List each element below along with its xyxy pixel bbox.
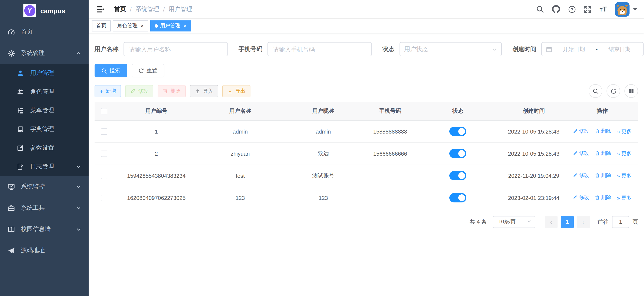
show-search-button[interactable] <box>589 84 602 98</box>
row-edit-link[interactable]: 修改 <box>573 172 589 179</box>
row-edit-link[interactable]: 修改 <box>573 128 589 135</box>
page-size-select[interactable]: 10条/页 <box>493 216 536 228</box>
cell-nickname: 测试账号 <box>281 164 366 187</box>
row-checkbox[interactable] <box>101 173 107 179</box>
sidebar-item-system-tools[interactable]: 系统工具 <box>0 197 88 219</box>
tag-user-mgmt[interactable]: 用户管理 × <box>150 20 191 31</box>
export-button[interactable]: 导出 <box>222 85 250 97</box>
trash-icon <box>595 195 600 200</box>
chevron-down-icon <box>76 227 81 232</box>
sidebar-item-user-mgmt[interactable]: 用户管理 <box>0 64 88 83</box>
row-more-link[interactable]: »更多 <box>617 194 632 202</box>
fullscreen-icon[interactable] <box>584 5 592 13</box>
sidebar-item-dict-mgmt[interactable]: 字典管理 <box>0 120 88 139</box>
dashboard-icon <box>8 28 15 35</box>
row-edit-link[interactable]: 修改 <box>573 150 589 157</box>
row-checkbox[interactable] <box>101 129 107 135</box>
prev-page-button[interactable]: ‹ <box>545 216 558 228</box>
import-button[interactable]: 导入 <box>190 85 218 97</box>
sidebar-item-system[interactable]: 系统管理 <box>0 42 88 64</box>
sidebar-item-role-mgmt[interactable]: 角色管理 <box>0 83 88 101</box>
brand-logo[interactable]: Y campus <box>0 0 88 21</box>
sidebar-item-system-monitor[interactable]: 系统监控 <box>0 176 88 197</box>
status-toggle[interactable] <box>449 127 466 136</box>
table-row: 2 zhiyuan 致远 15666666666 2022-10-05 15:2… <box>94 143 638 164</box>
user-menu[interactable] <box>615 2 637 16</box>
row-delete-link[interactable]: 删除 <box>595 150 611 157</box>
reset-button[interactable]: 重置 <box>132 64 164 77</box>
pagination: 共 4 条 10条/页 ‹ 1 › 前往 页 <box>94 216 638 228</box>
refresh-button[interactable] <box>606 84 620 98</box>
date-range-picker[interactable]: 开始日期 - 结束日期 <box>541 42 644 56</box>
main-area: 首页 / 系统管理 / 用户管理 ? TT <box>88 0 644 296</box>
row-delete-link[interactable]: 删除 <box>595 172 611 179</box>
status-toggle[interactable] <box>449 193 466 202</box>
row-edit-link[interactable]: 修改 <box>573 194 589 201</box>
help-icon[interactable]: ? <box>568 5 576 13</box>
sidebar-item-home[interactable]: 首页 <box>0 21 88 42</box>
breadcrumb-system: 系统管理 <box>136 5 159 13</box>
sidebar-submenu-system: 用户管理 角色管理 菜单管理 <box>0 64 88 176</box>
cell-user-name: test <box>199 164 281 187</box>
delete-button[interactable]: 删除 <box>158 85 186 97</box>
status-select[interactable]: 用户状态 <box>400 42 502 56</box>
status-toggle[interactable] <box>449 149 466 158</box>
search-icon[interactable] <box>536 5 544 13</box>
sidebar-item-campus-wall[interactable]: 校园信息墙 <box>0 219 88 240</box>
user-avatar[interactable] <box>615 2 630 16</box>
close-icon[interactable]: × <box>183 23 186 28</box>
sidebar-item-log-mgmt[interactable]: 日志管理 <box>0 157 88 176</box>
select-all-checkbox[interactable] <box>101 108 107 115</box>
column-settings-button[interactable] <box>624 84 638 98</box>
row-more-link[interactable]: »更多 <box>617 128 632 135</box>
row-more-link[interactable]: »更多 <box>617 150 632 157</box>
sidebar-item-param-settings[interactable]: 参数设置 <box>0 139 88 157</box>
row-delete-link[interactable]: 删除 <box>595 128 611 135</box>
username-input[interactable] <box>124 42 228 56</box>
cell-phone <box>366 164 415 187</box>
github-icon[interactable] <box>552 5 560 13</box>
chevron-down-icon <box>527 219 532 225</box>
goto-label: 前往 <box>598 218 609 226</box>
page-content: 用户名称 手机号码 状态 用户状态 创 <box>88 33 644 296</box>
cell-phone: 15888888888 <box>366 120 415 143</box>
sidebar-collapse-toggle[interactable] <box>93 3 108 15</box>
sidebar-item-source-link[interactable]: 源码地址 <box>0 240 88 261</box>
filter-buttons: 搜索 重置 <box>94 64 638 77</box>
phone-input[interactable] <box>268 42 372 56</box>
row-checkbox[interactable] <box>101 195 107 201</box>
font-size-icon[interactable]: TT <box>600 5 607 13</box>
close-icon[interactable]: × <box>140 23 144 28</box>
tag-home[interactable]: 首页 <box>92 20 111 31</box>
next-page-button[interactable]: › <box>577 216 590 228</box>
top-navbar: 首页 / 系统管理 / 用户管理 ? TT <box>88 0 644 19</box>
row-more-link[interactable]: »更多 <box>617 172 632 179</box>
search-button[interactable]: 搜索 <box>94 64 127 77</box>
header-user-name: 用户名称 <box>199 102 281 120</box>
header-actions: 操作 <box>566 102 638 120</box>
status-toggle[interactable] <box>449 171 466 180</box>
chevron-down-icon <box>76 206 81 210</box>
double-arrow-icon: » <box>617 151 620 156</box>
cell-created-time: 2023-02-01 23:19:44 <box>501 187 566 209</box>
status-label: 状态 <box>382 45 394 53</box>
cell-user-name: admin <box>199 120 281 143</box>
edit-button[interactable]: 修改 <box>125 85 153 97</box>
row-checkbox[interactable] <box>101 150 107 157</box>
tag-role-mgmt[interactable]: 角色管理 × <box>113 20 148 31</box>
sidebar-item-menu-mgmt[interactable]: 菜单管理 <box>0 101 88 120</box>
edit-icon <box>573 195 578 200</box>
add-button[interactable]: + 新增 <box>94 85 121 97</box>
svg-text:?: ? <box>571 7 573 11</box>
header-status: 状态 <box>415 102 501 120</box>
trash-icon <box>163 88 168 94</box>
current-page-button[interactable]: 1 <box>561 216 574 228</box>
goto-page-input[interactable] <box>612 216 629 228</box>
breadcrumb-home[interactable]: 首页 <box>114 5 126 13</box>
row-delete-link[interactable]: 删除 <box>595 194 611 201</box>
phone-label: 手机号码 <box>238 45 262 53</box>
cell-user-id: 1620804097062273025 <box>113 187 199 209</box>
brand-name: campus <box>40 7 66 14</box>
breadcrumb-separator: / <box>130 6 132 12</box>
refresh-icon <box>138 68 144 73</box>
